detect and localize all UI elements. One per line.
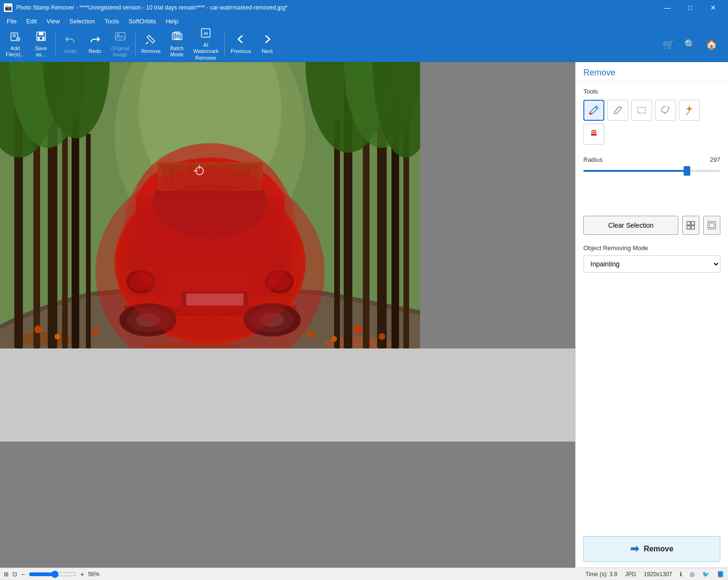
minimize-button[interactable]: — xyxy=(656,0,678,15)
resolution-label: 1920x1307 xyxy=(644,571,672,578)
svg-rect-98 xyxy=(708,221,716,229)
svg-point-87 xyxy=(589,113,592,115)
toolbar: AddFile(s)... Saveas... Undo xyxy=(0,27,728,62)
redo-label: Redo xyxy=(89,48,101,54)
radius-slider-track xyxy=(583,170,720,172)
magic-wand-tool[interactable] xyxy=(679,100,700,121)
undo-label: Undo xyxy=(64,48,76,54)
svg-text:AI: AI xyxy=(204,31,208,36)
svg-rect-92 xyxy=(591,134,597,136)
cart-icon[interactable]: 🛒 xyxy=(660,36,677,53)
tools-label: Tools xyxy=(583,88,720,95)
home-status-icon[interactable]: ⊞ xyxy=(4,571,9,578)
search-icon[interactable]: 🔍 xyxy=(681,36,699,53)
canvas-empty-area xyxy=(0,348,575,442)
menu-selection[interactable]: Selection xyxy=(64,15,99,27)
zoom-slider[interactable] xyxy=(29,570,76,578)
deselect-button[interactable] xyxy=(703,216,720,235)
svg-rect-99 xyxy=(709,223,714,228)
mode-select[interactable]: Inpainting Smart Fill Blur xyxy=(583,255,720,273)
zoom-level: 56% xyxy=(88,571,99,578)
menubar: File Edit View Selection Tools SoftOrbit… xyxy=(0,15,728,27)
right-panel: Remove Tools xyxy=(575,62,728,568)
batch-mode-button[interactable]: BatchMode xyxy=(165,29,190,60)
add-files-button[interactable]: AddFile(s)... xyxy=(2,29,29,60)
save-as-button[interactable]: Saveas... xyxy=(29,29,53,60)
home-icon[interactable]: 🏠 xyxy=(703,36,720,53)
clear-selection-button[interactable]: Clear Selection xyxy=(583,216,678,235)
clear-selection-section: Clear Selection xyxy=(576,210,728,241)
radius-value: 297 xyxy=(710,156,720,163)
clear-selection-label: Clear Selection xyxy=(608,221,654,229)
original-image-icon xyxy=(115,31,126,44)
twitter-icon[interactable]: 🐦 xyxy=(702,571,709,578)
photo-canvas[interactable] xyxy=(0,62,420,348)
menu-edit[interactable]: Edit xyxy=(21,15,42,27)
redo-icon xyxy=(89,33,101,47)
remove-section: ➡ Remove xyxy=(576,530,728,568)
radius-slider-container xyxy=(583,166,720,176)
info-icon[interactable]: ℹ xyxy=(680,571,682,578)
radius-slider-fill xyxy=(583,170,686,172)
fit-icon[interactable]: ⊡ xyxy=(12,571,17,578)
previous-label: Previous xyxy=(231,48,251,54)
statusbar: ⊞ ⊡ − + 56% Time (s): 3.8 JPG 1920x1307 … xyxy=(0,568,728,580)
close-button[interactable]: ✕ xyxy=(702,0,724,15)
rectangle-tool[interactable] xyxy=(631,100,652,121)
menu-softorbits[interactable]: SoftOrbits xyxy=(124,15,161,27)
menu-view[interactable]: View xyxy=(42,15,64,27)
remove-button[interactable]: ➡ Remove xyxy=(583,536,720,562)
svg-rect-95 xyxy=(691,221,695,225)
facebook-icon[interactable]: 📘 xyxy=(717,571,724,578)
menu-file[interactable]: File xyxy=(2,15,21,27)
undo-button[interactable]: Undo xyxy=(58,29,83,60)
status-left: ⊞ ⊡ − + 56% xyxy=(4,570,580,578)
original-image-button[interactable]: OriginalImage xyxy=(107,29,133,60)
ai-watermark-icon: AI xyxy=(200,27,211,41)
svg-line-90 xyxy=(686,112,689,115)
main-layout: Remove Tools xyxy=(0,62,728,568)
next-button[interactable]: Next xyxy=(255,29,280,60)
panel-spacer xyxy=(576,181,728,210)
eraser-tool[interactable] xyxy=(607,100,628,121)
remove-button-label: Remove xyxy=(644,545,673,553)
next-icon xyxy=(262,33,273,47)
maximize-button[interactable]: □ xyxy=(679,0,701,15)
menu-help[interactable]: Help xyxy=(161,15,183,27)
zoom-out-icon[interactable]: − xyxy=(21,570,25,578)
zoom-in-icon[interactable]: + xyxy=(80,570,84,578)
redo-button[interactable]: Redo xyxy=(83,29,107,60)
status-right: Time (s): 3.8 JPG 1920x1307 ℹ ◎ 🐦 📘 xyxy=(585,571,724,578)
radius-slider-thumb[interactable] xyxy=(684,166,690,176)
ai-watermark-button[interactable]: AI AIWatermarkRemover xyxy=(190,29,222,60)
tools-grid xyxy=(583,100,720,145)
batch-mode-label: BatchMode xyxy=(170,45,184,58)
share-icon[interactable]: ◎ xyxy=(690,571,695,578)
brush-tool[interactable] xyxy=(583,100,604,121)
svg-rect-96 xyxy=(687,226,690,229)
window-controls: — □ ✕ xyxy=(656,0,724,15)
stamp-tool[interactable] xyxy=(583,124,604,145)
batch-mode-icon xyxy=(171,31,183,44)
cursor-indicator xyxy=(0,62,420,348)
panel-title: Remove xyxy=(576,62,728,82)
select-all-button[interactable] xyxy=(682,216,699,235)
add-files-label: AddFile(s)... xyxy=(6,45,25,58)
original-image-label: OriginalImage xyxy=(111,45,129,58)
save-as-label: Saveas... xyxy=(35,45,47,58)
lasso-tool[interactable] xyxy=(655,100,676,121)
remove-toolbar-button[interactable]: Remove xyxy=(137,29,165,60)
titlebar-left: 📷 Photo Stamp Remover - ****Unregistered… xyxy=(4,3,287,12)
radius-label: Radius xyxy=(583,156,602,163)
ai-watermark-label: AIWatermarkRemover xyxy=(193,42,219,61)
add-files-icon xyxy=(10,31,21,44)
menu-tools[interactable]: Tools xyxy=(100,15,124,27)
svg-rect-94 xyxy=(687,221,690,225)
mode-section: Object Removing Mode Inpainting Smart Fi… xyxy=(576,241,728,278)
previous-button[interactable]: Previous xyxy=(227,29,255,60)
tools-section: Tools xyxy=(576,82,728,150)
time-label: Time (s): 3.8 xyxy=(585,571,617,578)
toolbar-right: 🛒 🔍 🏠 xyxy=(660,36,726,53)
canvas-area[interactable] xyxy=(0,62,575,568)
svg-rect-9 xyxy=(40,37,42,40)
